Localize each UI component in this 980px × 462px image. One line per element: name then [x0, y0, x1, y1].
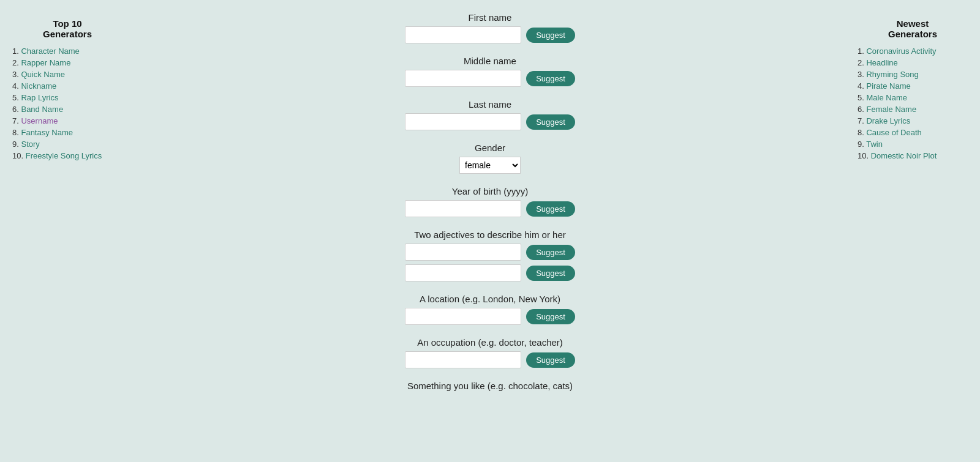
first-name-suggest-button[interactable]: Suggest	[526, 28, 575, 43]
sidebar-link-fantasy-name[interactable]: Fantasy Name	[21, 128, 73, 137]
list-number: 4.	[858, 81, 866, 91]
sidebar-link-rapper-name[interactable]: Rapper Name	[21, 58, 70, 67]
right-sidebar: NewestGenerators 1. Coronavirus Activity…	[845, 0, 980, 462]
right-sidebar-link-drake-lyrics[interactable]: Drake Lyrics	[866, 116, 910, 125]
right-sidebar-link-domestic-noir-plot[interactable]: Domestic Noir Plot	[871, 151, 937, 160]
sidebar-link-band-name[interactable]: Band Name	[21, 105, 63, 114]
gender-group: Gender female male	[159, 143, 821, 174]
list-number: 7.	[12, 116, 21, 125]
occupation-input-row: Suggest	[405, 351, 575, 368]
right-sidebar-link-cause-of-death[interactable]: Cause of Death	[866, 128, 921, 137]
middle-name-label: Middle name	[464, 56, 516, 66]
last-name-group: Last name Suggest	[159, 99, 821, 130]
list-number: 1.	[12, 47, 21, 56]
main-content: First name Suggest Middle name Suggest L…	[135, 0, 845, 462]
right-sidebar-link-coronavirus[interactable]: Coronavirus Activity	[866, 47, 936, 56]
list-item: 8. Fantasy Name	[12, 128, 123, 137]
location-input[interactable]	[405, 308, 521, 325]
sidebar-link-username[interactable]: Username	[21, 116, 58, 125]
adjective1-suggest-button[interactable]: Suggest	[526, 245, 575, 260]
year-label: Year of birth (yyyy)	[452, 186, 529, 196]
right-sidebar-list: 1. Coronavirus Activity 2. Headline 3. R…	[858, 47, 968, 160]
sidebar-link-rap-lyrics[interactable]: Rap Lyrics	[21, 93, 58, 102]
list-number: 5.	[858, 93, 866, 102]
sidebar-link-freestyle-song-lyrics[interactable]: Freestyle Song Lyrics	[26, 151, 102, 160]
adj2-input-row: Suggest	[405, 264, 575, 281]
gender-select[interactable]: female male	[459, 157, 521, 174]
adjectives-group: Two adjectives to describe him or her Su…	[159, 229, 821, 281]
adjective1-input[interactable]	[405, 244, 521, 261]
middle-name-input-row: Suggest	[405, 70, 575, 87]
list-number: 5.	[12, 93, 21, 102]
list-item: 3. Rhyming Song	[858, 70, 968, 79]
sidebar-link-nickname[interactable]: Nickname	[21, 81, 56, 91]
middle-name-input[interactable]	[405, 70, 521, 87]
adj1-input-row: Suggest	[405, 244, 575, 261]
list-item: 1. Coronavirus Activity	[858, 47, 968, 56]
list-item: 10. Domestic Noir Plot	[858, 151, 968, 160]
occupation-label: An occupation (e.g. doctor, teacher)	[417, 337, 563, 348]
list-number: 3.	[12, 70, 21, 79]
list-item: 9. Story	[12, 140, 123, 149]
list-item: 3. Quick Name	[12, 70, 123, 79]
list-number: 2.	[858, 58, 866, 67]
left-sidebar-list: 1. Character Name 2. Rapper Name 3. Quic…	[12, 47, 123, 160]
something-label: Something you like (e.g. chocolate, cats…	[407, 381, 573, 391]
list-item: 1. Character Name	[12, 47, 123, 56]
sidebar-link-character-name[interactable]: Character Name	[21, 47, 79, 56]
first-name-input[interactable]	[405, 26, 521, 43]
list-item: 2. Rapper Name	[12, 58, 123, 67]
right-sidebar-link-pirate-name[interactable]: Pirate Name	[866, 81, 910, 91]
list-number: 3.	[858, 70, 866, 79]
location-group: A location (e.g. London, New York) Sugge…	[159, 294, 821, 325]
list-item: 10. Freestyle Song Lyrics	[12, 151, 123, 160]
year-group: Year of birth (yyyy) Suggest	[159, 186, 821, 217]
list-number: 10.	[858, 151, 871, 160]
list-item: 8. Cause of Death	[858, 128, 968, 137]
occupation-suggest-button[interactable]: Suggest	[526, 352, 575, 368]
adjectives-input-col: Suggest Suggest	[405, 244, 575, 281]
sidebar-link-story[interactable]: Story	[21, 140, 39, 149]
right-sidebar-link-twin[interactable]: Twin	[866, 140, 883, 149]
occupation-input[interactable]	[405, 351, 521, 368]
list-item: 6. Female Name	[858, 105, 968, 114]
right-sidebar-link-female-name[interactable]: Female Name	[866, 105, 916, 114]
list-item: 6. Band Name	[12, 105, 123, 114]
adjectives-label: Two adjectives to describe him or her	[414, 229, 566, 240]
left-sidebar-title: Top 10Generators	[12, 18, 123, 39]
last-name-input[interactable]	[405, 113, 521, 130]
last-name-input-row: Suggest	[405, 113, 575, 130]
left-sidebar: Top 10Generators 1. Character Name 2. Ra…	[0, 0, 135, 462]
list-number: 9.	[12, 140, 21, 149]
right-sidebar-link-rhyming-song[interactable]: Rhyming Song	[866, 70, 918, 79]
occupation-group: An occupation (e.g. doctor, teacher) Sug…	[159, 337, 821, 368]
year-input[interactable]	[405, 200, 521, 217]
middle-name-suggest-button[interactable]: Suggest	[526, 71, 575, 86]
list-number: 9.	[858, 140, 866, 149]
list-item: 2. Headline	[858, 58, 968, 67]
location-suggest-button[interactable]: Suggest	[526, 309, 575, 324]
list-item: 5. Male Name	[858, 93, 968, 102]
list-number: 6.	[12, 105, 21, 114]
list-item: 7. Drake Lyrics	[858, 116, 968, 125]
middle-name-group: Middle name Suggest	[159, 56, 821, 87]
list-item: 4. Nickname	[12, 81, 123, 91]
list-item: 9. Twin	[858, 140, 968, 149]
right-sidebar-title: NewestGenerators	[858, 18, 968, 39]
list-number: 7.	[858, 116, 866, 125]
year-input-row: Suggest	[405, 200, 575, 217]
adjective2-input[interactable]	[405, 264, 521, 281]
first-name-input-row: Suggest	[405, 26, 575, 43]
location-input-row: Suggest	[405, 308, 575, 325]
list-number: 10.	[12, 151, 26, 160]
first-name-label: First name	[469, 12, 512, 23]
list-number: 2.	[12, 58, 21, 67]
something-group: Something you like (e.g. chocolate, cats…	[159, 381, 821, 395]
right-sidebar-link-headline[interactable]: Headline	[866, 58, 897, 67]
last-name-suggest-button[interactable]: Suggest	[526, 114, 575, 130]
adjective2-suggest-button[interactable]: Suggest	[526, 266, 575, 281]
sidebar-link-quick-name[interactable]: Quick Name	[21, 70, 65, 79]
right-sidebar-link-male-name[interactable]: Male Name	[866, 93, 907, 102]
list-item: 7. Username	[12, 116, 123, 125]
year-suggest-button[interactable]: Suggest	[526, 201, 575, 217]
